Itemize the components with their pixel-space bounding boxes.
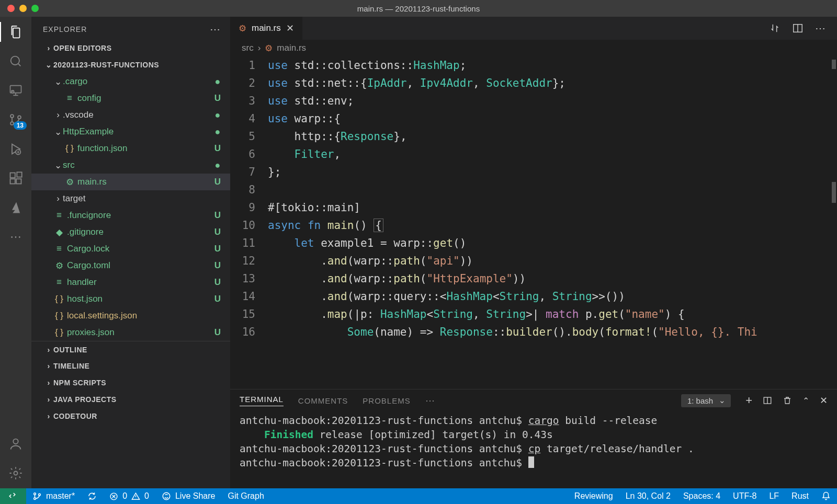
live-share-button[interactable]: Live Share	[155, 488, 222, 504]
tab-bar: ⚙ main.rs ✕ ⋯	[230, 17, 837, 40]
accounts-icon[interactable]	[8, 436, 24, 452]
window-title: main.rs — 20201123-rust-functions	[357, 4, 480, 13]
compare-changes-icon[interactable]	[769, 22, 781, 34]
timeline-section[interactable]: ›TIMELINE	[31, 358, 230, 374]
notifications-icon[interactable]	[815, 491, 837, 501]
folder-httpexample[interactable]: ⌄HttpExample●	[31, 123, 230, 140]
file-gitignore[interactable]: ◆.gitignoreU	[31, 224, 230, 240]
rust-icon: ⚙	[265, 43, 273, 54]
source-control-icon[interactable]: 13	[8, 112, 24, 128]
panel-more-icon[interactable]: ⋯	[425, 395, 435, 406]
svg-point-4	[10, 122, 14, 125]
explorer-title: EXPLORER	[43, 25, 87, 33]
minimap[interactable]	[830, 56, 837, 389]
tab-comments[interactable]: COMMENTS	[298, 396, 348, 405]
close-window-button[interactable]	[7, 5, 15, 12]
main-body: 13 ⋯ EXPLORER	[0, 17, 837, 488]
folder-vscode[interactable]: ›.vscode●	[31, 107, 230, 123]
svg-rect-10	[17, 172, 21, 177]
tab-main-rs[interactable]: ⚙ main.rs ✕	[230, 17, 303, 40]
cursor-position[interactable]: Ln 30, Col 2	[619, 491, 677, 501]
terminal-shell-label[interactable]: 1: bash	[681, 394, 731, 407]
close-panel-icon[interactable]: ✕	[820, 395, 828, 406]
breadcrumb-file[interactable]: main.rs	[277, 43, 306, 53]
file-config[interactable]: ≡configU	[31, 90, 230, 107]
file-function-json[interactable]: { }function.jsonU	[31, 140, 230, 157]
eol-status[interactable]: LF	[763, 491, 785, 501]
more-activity-icon[interactable]: ⋯	[8, 229, 24, 245]
activity-bar: 13 ⋯	[0, 17, 31, 488]
outline-section[interactable]: ›OUTLINE	[31, 341, 230, 358]
title-bar: main.rs — 20201123-rust-functions	[0, 0, 837, 17]
open-editors-section[interactable]: ›OPEN EDITORS	[31, 40, 230, 56]
remote-indicator[interactable]	[0, 488, 26, 504]
codetour-section[interactable]: ›CODETOUR	[31, 408, 230, 425]
encoding-status[interactable]: UTF-8	[727, 491, 763, 501]
indentation-status[interactable]: Spaces: 4	[677, 491, 727, 501]
maximize-window-button[interactable]	[31, 5, 39, 12]
breadcrumb-src[interactable]: src	[242, 43, 254, 53]
split-terminal-icon[interactable]	[763, 396, 772, 405]
svg-point-17	[39, 494, 41, 496]
sync-button[interactable]	[81, 488, 103, 504]
terminal-output[interactable]: antchu-macbook:20201123-rust-functions a…	[230, 411, 837, 488]
terminal-selector[interactable]: 1: bash ⌄	[681, 394, 731, 407]
editor-more-icon[interactable]: ⋯	[815, 22, 825, 35]
tab-terminal[interactable]: TERMINAL	[240, 395, 284, 406]
kill-terminal-icon[interactable]	[783, 396, 792, 405]
file-cargo-toml[interactable]: ⚙Cargo.tomlU	[31, 257, 230, 274]
file-main-rs[interactable]: ⚙main.rsU	[31, 174, 230, 190]
code-content[interactable]: use std::collections::HashMap; use std::…	[268, 56, 837, 389]
svg-point-16	[34, 498, 36, 500]
bottom-panel: TERMINAL COMMENTS PROBLEMS ⋯ 1: bash ⌄ +…	[230, 389, 837, 488]
problems-status[interactable]: 0 0	[103, 488, 155, 504]
explorer-more-icon[interactable]: ⋯	[210, 23, 221, 36]
breadcrumb[interactable]: src › ⚙ main.rs	[230, 40, 837, 56]
file-local-settings[interactable]: { }local.settings.json	[31, 307, 230, 324]
java-section[interactable]: ›JAVA PROJECTS	[31, 391, 230, 408]
svg-point-11	[13, 439, 18, 444]
status-bar: master* 0 0 Live Share Git Graph Reviewi…	[0, 488, 837, 504]
folder-cargo[interactable]: ⌄.cargo●	[31, 73, 230, 90]
tab-close-icon[interactable]: ✕	[286, 22, 294, 34]
svg-point-15	[34, 493, 36, 495]
npm-section[interactable]: ›NPM SCRIPTS	[31, 374, 230, 391]
extensions-icon[interactable]	[8, 170, 24, 186]
file-cargo-lock[interactable]: ≡Cargo.lockU	[31, 240, 230, 257]
settings-gear-icon[interactable]	[8, 465, 24, 481]
azure-icon[interactable]	[8, 200, 24, 215]
maximize-panel-icon[interactable]: ⌃	[802, 396, 809, 406]
git-branch[interactable]: master*	[26, 488, 81, 504]
file-funcignore[interactable]: ≡.funcignoreU	[31, 207, 230, 224]
explorer-header: EXPLORER ⋯	[31, 17, 230, 40]
remote-explorer-icon[interactable]	[8, 83, 24, 98]
code-editor[interactable]: 12345678910111213141516 use std::collect…	[230, 56, 837, 389]
svg-rect-9	[16, 179, 21, 184]
tab-label: main.rs	[252, 23, 281, 33]
folder-src[interactable]: ⌄src●	[31, 157, 230, 174]
scm-badge: 13	[14, 121, 27, 130]
file-handler[interactable]: ≡handlerU	[31, 274, 230, 291]
reviewing-status[interactable]: Reviewing	[568, 491, 619, 501]
new-terminal-icon[interactable]: +	[745, 394, 752, 407]
file-proxies-json[interactable]: { }proxies.jsonU	[31, 324, 230, 341]
run-debug-icon[interactable]	[8, 141, 24, 157]
split-editor-icon[interactable]	[792, 22, 804, 34]
minimize-window-button[interactable]	[19, 5, 27, 12]
svg-rect-7	[10, 173, 15, 178]
language-mode[interactable]: Rust	[785, 491, 815, 501]
svg-point-3	[10, 114, 14, 118]
svg-point-19	[163, 492, 170, 500]
editor-area: ⚙ main.rs ✕ ⋯ src › ⚙ main.rs 1234567891	[230, 17, 837, 488]
git-graph-button[interactable]: Git Graph	[221, 488, 270, 504]
explorer-sidebar: EXPLORER ⋯ ›OPEN EDITORS ⌄20201123-RUST-…	[31, 17, 230, 488]
chevron-right-icon: ›	[258, 43, 261, 53]
folder-target[interactable]: ›target	[31, 190, 230, 207]
explorer-activity-icon[interactable]	[8, 24, 24, 40]
svg-point-12	[14, 472, 18, 475]
project-section[interactable]: ⌄20201123-RUST-FUNCTIONS	[31, 56, 230, 73]
tab-problems[interactable]: PROBLEMS	[363, 396, 410, 405]
search-activity-icon[interactable]	[8, 53, 24, 69]
file-host-json[interactable]: { }host.jsonU	[31, 291, 230, 307]
panel-tabs: TERMINAL COMMENTS PROBLEMS ⋯ 1: bash ⌄ +…	[230, 390, 837, 411]
